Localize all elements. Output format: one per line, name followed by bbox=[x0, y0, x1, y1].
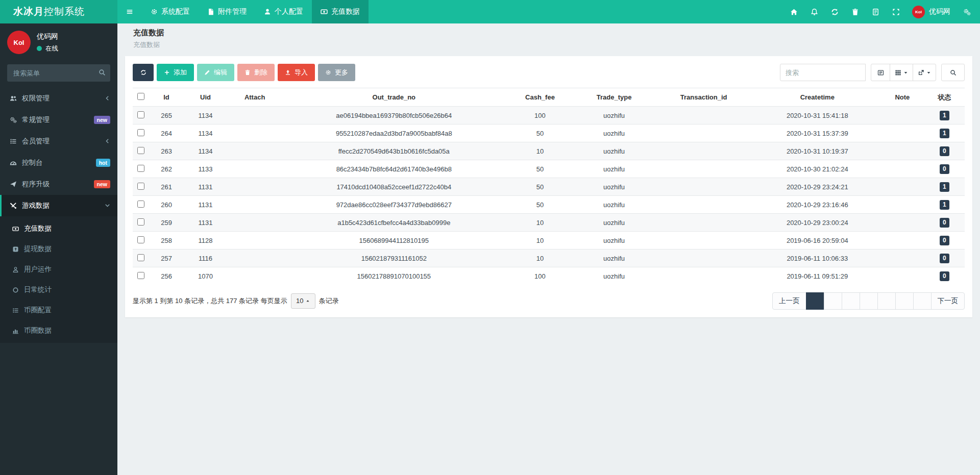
table-row[interactable]: 265 1134 ae06194bbea169379b80fcb506e26b6… bbox=[133, 107, 965, 124]
import-button[interactable]: 导入 bbox=[278, 64, 315, 81]
tab-recharge-data[interactable]: 充值数据 bbox=[312, 0, 369, 23]
menu-search-input[interactable] bbox=[7, 64, 110, 82]
pagination-page[interactable] bbox=[842, 292, 860, 310]
row-checkbox[interactable] bbox=[137, 129, 144, 136]
table-row[interactable]: 262 1133 86c23434b7b8fc64d2d61740b3e496b… bbox=[133, 160, 965, 178]
column-header-createtime[interactable]: Createtime bbox=[754, 88, 880, 107]
column-header-out-trade-no[interactable]: Out_trade_no bbox=[283, 88, 505, 107]
column-header-transaction-id[interactable]: Transaction_id bbox=[653, 88, 754, 107]
more-button[interactable]: 更多 bbox=[318, 64, 355, 81]
cell-cash-fee: 10 bbox=[505, 214, 575, 232]
sidebar-item-coin-data[interactable]: 币圈数据 bbox=[0, 320, 117, 341]
columns-button[interactable] bbox=[890, 64, 913, 81]
advanced-search-button[interactable] bbox=[941, 64, 965, 81]
notifications-button[interactable] bbox=[804, 0, 824, 23]
cell-uid: 1134 bbox=[184, 107, 227, 124]
log-button[interactable] bbox=[865, 0, 886, 23]
cell-trade-type: uozhifu bbox=[575, 232, 653, 249]
page-subtitle: 充值数据 bbox=[133, 40, 964, 49]
caret-up-icon bbox=[306, 299, 310, 303]
row-checkbox[interactable] bbox=[137, 111, 144, 118]
fullscreen-button[interactable] bbox=[886, 0, 906, 23]
cell-note bbox=[880, 232, 924, 249]
sidebar-item-permission-management[interactable]: 权限管理 bbox=[0, 88, 117, 109]
pagination-page[interactable] bbox=[895, 292, 914, 310]
sidebar-item-recharge-data[interactable]: 充值数据 bbox=[0, 218, 117, 239]
status-badge: 1 bbox=[940, 111, 949, 120]
cell-trade-type: uozhifu bbox=[575, 124, 653, 142]
pagination-prev[interactable]: 上一页 bbox=[772, 292, 806, 310]
content-card: 添加 编辑 删除 导入 更多 I bbox=[125, 56, 972, 317]
sidebar-toggle-button[interactable] bbox=[117, 0, 142, 23]
home-button[interactable] bbox=[783, 0, 804, 23]
column-header-attach[interactable]: Attach bbox=[227, 88, 283, 107]
tab-personal-config[interactable]: 个人配置 bbox=[255, 0, 312, 23]
sidebar-item-game-data[interactable]: 游戏数据 bbox=[0, 195, 117, 216]
sidebar-item-member-management[interactable]: 会员管理 bbox=[0, 131, 117, 152]
row-checkbox[interactable] bbox=[137, 218, 144, 226]
row-checkbox[interactable] bbox=[137, 147, 144, 154]
edit-button[interactable]: 编辑 bbox=[197, 64, 234, 81]
table-row[interactable]: 261 1131 17410dcd10408a52cceef1d2722c40b… bbox=[133, 178, 965, 196]
column-header-trade-type[interactable]: Trade_type bbox=[575, 88, 653, 107]
user-menu[interactable]: KoI 优码网 bbox=[906, 0, 957, 23]
cell-note bbox=[880, 178, 924, 196]
sidebar-item-program-upgrade[interactable]: 程序升级 new bbox=[0, 173, 117, 195]
pagination-next[interactable]: 下一页 bbox=[931, 292, 965, 310]
page-size-select[interactable]: 10 bbox=[291, 293, 315, 309]
row-checkbox[interactable] bbox=[137, 254, 144, 261]
toggle-pagination-button[interactable] bbox=[871, 64, 890, 81]
caret-down-icon bbox=[903, 69, 908, 77]
sidebar-item-daily-statistics[interactable]: 日常统计 bbox=[0, 280, 117, 300]
column-header-id[interactable]: Id bbox=[149, 88, 184, 107]
sidebar-item-general-management[interactable]: 常规管理 new bbox=[0, 109, 117, 131]
delete-button[interactable]: 删除 bbox=[237, 64, 275, 81]
cell-trade-type: uozhifu bbox=[575, 107, 653, 124]
table-row[interactable]: 263 1134 ffecc2d270549d643b1b0616fc5da05… bbox=[133, 142, 965, 160]
table-row[interactable]: 258 1128 1560689944112810195 10 uozhifu … bbox=[133, 232, 965, 249]
add-button[interactable]: 添加 bbox=[157, 64, 194, 81]
sidebar-item-withdraw-data[interactable]: 提现数据 bbox=[0, 239, 117, 259]
column-header-note[interactable]: Note bbox=[880, 88, 924, 107]
table-row[interactable]: 259 1131 a1b5c423d61cfbefcc4a4d33bab0999… bbox=[133, 214, 965, 232]
settings-button[interactable] bbox=[957, 0, 977, 23]
row-checkbox[interactable] bbox=[137, 236, 144, 243]
table-row[interactable]: 264 1134 955210287edaa2d3bd7a9005babf84a… bbox=[133, 124, 965, 142]
column-header-uid[interactable]: Uid bbox=[184, 88, 227, 107]
gauge-icon bbox=[10, 159, 17, 166]
sidebar-item-coin-config[interactable]: 币圈配置 bbox=[0, 300, 117, 320]
clear-cache-button[interactable] bbox=[845, 0, 865, 23]
row-checkbox[interactable] bbox=[137, 183, 144, 190]
cell-transaction-id bbox=[653, 124, 754, 142]
row-checkbox[interactable] bbox=[137, 272, 144, 279]
pagination-page[interactable] bbox=[877, 292, 896, 310]
table-row[interactable]: 256 1070 15602178891070100155 100 uozhif… bbox=[133, 267, 965, 285]
column-header-status[interactable]: 状态 bbox=[924, 88, 965, 107]
row-checkbox[interactable] bbox=[137, 165, 144, 172]
chevron-left-icon bbox=[105, 95, 110, 103]
sidebar-item-dashboard[interactable]: 控制台 hot bbox=[0, 152, 117, 173]
tab-attachment-management[interactable]: 附件管理 bbox=[199, 0, 255, 23]
cell-cash-fee: 50 bbox=[505, 178, 575, 196]
cell-cash-fee: 10 bbox=[505, 142, 575, 160]
sidebar-item-user-operation[interactable]: 用户运作 bbox=[0, 259, 117, 280]
table-search-input[interactable] bbox=[780, 64, 866, 81]
status-badge: 0 bbox=[940, 164, 949, 174]
select-all-checkbox[interactable] bbox=[137, 93, 144, 100]
refresh-button[interactable] bbox=[133, 64, 154, 81]
pagination-page[interactable] bbox=[824, 292, 842, 310]
trash-icon bbox=[851, 8, 859, 16]
table-row[interactable]: 257 1116 156021879311161052 10 uozhifu 2… bbox=[133, 249, 965, 267]
pagination-page[interactable] bbox=[806, 292, 824, 310]
column-header-cash-fee[interactable]: Cash_fee bbox=[505, 88, 575, 107]
table-row[interactable]: 260 1131 972dae86cc028eef734377d9ebd8662… bbox=[133, 196, 965, 214]
export-button[interactable] bbox=[913, 64, 936, 81]
tab-system-config[interactable]: 系统配置 bbox=[142, 0, 199, 23]
pagination-page[interactable] bbox=[913, 292, 932, 310]
pagination-page[interactable] bbox=[860, 292, 878, 310]
row-checkbox[interactable] bbox=[137, 201, 144, 208]
cell-attach bbox=[227, 178, 283, 196]
refresh-button[interactable] bbox=[824, 0, 845, 23]
cell-attach bbox=[227, 142, 283, 160]
table-toolbar: 添加 编辑 删除 导入 更多 bbox=[133, 64, 965, 81]
